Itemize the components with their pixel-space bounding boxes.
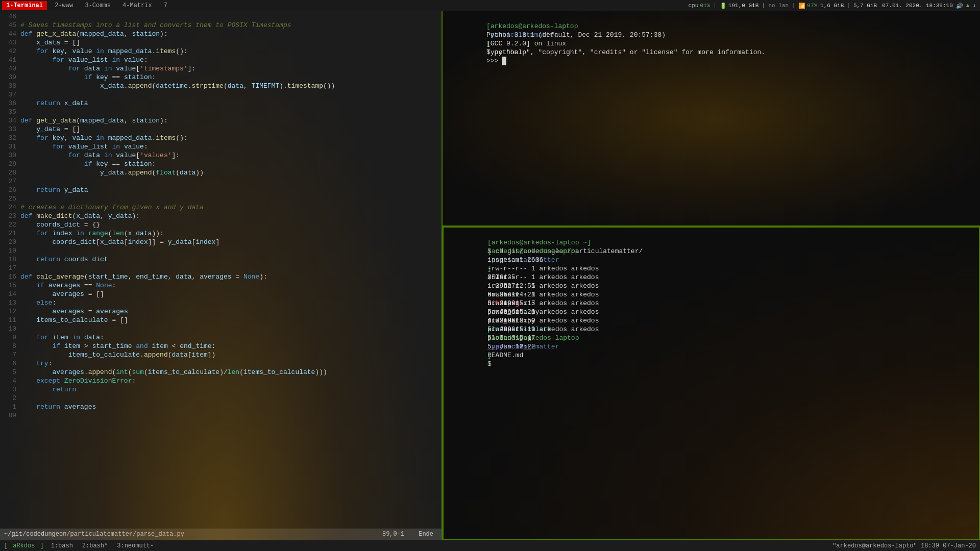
code-line: 21 for index in range(len(x_data)): — [0, 229, 442, 238]
terminal-line: [arkedos@arkedos-laptop particulatematte… — [447, 13, 976, 22]
code-line: 27 — [0, 177, 442, 186]
code-line: 13 else: — [0, 298, 442, 307]
code-line: 44 def get_x_data(mapped_data, station): — [0, 30, 442, 38]
editor-status-bar: ~/git/codedungeon/particulatematter/pars… — [0, 529, 442, 540]
code-line: 38 x_data.append(datetime.strptime(data,… — [0, 82, 442, 90]
code-line: 42 for key, value in mapped_data.items()… — [0, 47, 442, 56]
sysinfo-bar: cpu 01% | 🔋 191,0 GiB | no lan | 📶 97% 1… — [684, 0, 980, 11]
terminal-bottom-content: [arkedos@arkedos-laptop ~] $ cd git/code… — [444, 228, 979, 336]
speaker-icon: 🔊 — [956, 3, 963, 9]
code-line: 24 # creates a dictionary from given x a… — [0, 203, 442, 212]
code-line: 31 for value_list in value: — [0, 142, 442, 151]
bottom-status-bar: [ aRkdos ] 1:bash 2:bash* 3:neomutt- "ar… — [0, 540, 980, 551]
code-editor[interactable]: 46 45 # Saves timestamps into a list and… — [0, 11, 442, 540]
code-line: 2 — [0, 394, 442, 403]
code-line: 29 if key == station: — [0, 160, 442, 168]
terminal-files[interactable]: [arkedos@arkedos-laptop ~] $ cd git/code… — [443, 227, 980, 540]
code-line: 10 — [0, 324, 442, 333]
code-line: 15 if averages == None: — [0, 281, 442, 290]
code-line: 17 — [0, 264, 442, 272]
tmux-bracket-close: ] — [40, 542, 43, 549]
tmux-bracket-open: [ — [4, 542, 8, 549]
editor-file-path: ~/git/codedungeon/particulatematter/pars… — [4, 531, 372, 538]
cpu-value: 01% — [700, 3, 710, 9]
mem-value: 191,0 GiB — [728, 3, 758, 9]
code-line: 5 averages.append(int(sum(items_to_calcu… — [0, 368, 442, 377]
tmux-window-3[interactable]: 3:neomutt- — [115, 542, 156, 549]
main-layout: 46 45 # Saves timestamps into a list and… — [0, 11, 980, 540]
tab-www[interactable]: 2-www — [47, 1, 77, 10]
wifi-icon: 📶 — [798, 3, 805, 9]
datetime: 07.01. 2020. 18:39:10 — [882, 3, 953, 9]
code-line: 26 return y_data — [0, 186, 442, 194]
code-line: 16 def calc_average(start_time, end_time… — [0, 272, 442, 281]
code-line: 1 return averages — [0, 403, 442, 411]
code-line: 11 items_to_calculate = [] — [0, 316, 442, 324]
cpu-info: cpu 01% — [689, 3, 710, 9]
top-bar: 1-Terminal 2-www 3-Comms 4-Matrix 7 cpu … — [0, 0, 980, 11]
network-icon: ⬇ — [972, 3, 976, 9]
code-line: 7 items_to_calculate.append(data[item]) — [0, 350, 442, 359]
code-line: 22 coords_dict = {} — [0, 220, 442, 229]
right-pane[interactable]: [arkedos@arkedos-laptop particulatematte… — [443, 11, 980, 540]
code-line: 20 coords_dict[x_data[index]] = y_data[i… — [0, 238, 442, 246]
tmux-session-name: aRkdos — [13, 542, 35, 549]
code-area[interactable]: 46 45 # Saves timestamps into a list and… — [0, 11, 442, 529]
code-line: 23 def make_dict(x_data, y_data): — [0, 212, 442, 220]
wifi-up: 1,6 GiB — [820, 3, 844, 9]
code-line: 28 y_data.append(float(data)) — [0, 168, 442, 177]
code-line: 39 if key == station: — [0, 73, 442, 82]
tmux-window-1[interactable]: 1:bash — [49, 542, 75, 549]
code-line: 30 for data in value['values']: — [0, 151, 442, 160]
code-line: 37 — [0, 90, 442, 99]
wifi-pct: 97% — [807, 3, 817, 9]
wifi-down: 5,7 GiB — [853, 3, 877, 9]
tab-terminal[interactable]: 1-Terminal — [2, 1, 47, 10]
code-content: 46 45 # Saves timestamps into a list and… — [0, 11, 442, 421]
code-line: 18 return coords_dict — [0, 255, 442, 264]
wifi-info: 📶 97% — [798, 3, 817, 9]
tab-matrix[interactable]: 4-Matrix — [115, 1, 156, 10]
code-line: 45 # Saves timestamps into a list and co… — [0, 21, 442, 30]
code-line: 19 — [0, 246, 442, 255]
code-line: 4 except ZeroDivisionError: — [0, 377, 442, 385]
code-line: 34 def get_y_data(mapped_data, station): — [0, 116, 442, 125]
editor-cursor-pos: 89,0-1 — [372, 531, 414, 538]
code-line: 33 y_data = [] — [0, 125, 442, 134]
code-line: 8 if item > start_time and item < end_ti… — [0, 342, 442, 350]
code-line: 14 averages = [] — [0, 290, 442, 298]
editor-end-marker: Ende — [414, 531, 437, 538]
code-line: 25 — [0, 194, 442, 203]
code-line: 9 for item in data: — [0, 333, 442, 342]
code-line: 3 return — [0, 385, 442, 394]
code-line: 41 for value_list in value: — [0, 56, 442, 64]
code-line: 32 for key, value in mapped_data.items()… — [0, 134, 442, 142]
code-line: 36 return x_data — [0, 99, 442, 108]
mem-separator: | — [713, 3, 717, 9]
code-line: 89 — [0, 411, 442, 420]
no-lan: | no lan | — [762, 3, 795, 9]
code-line: 12 averages = averages — [0, 307, 442, 316]
tmux-window-2[interactable]: 2:bash* — [80, 542, 110, 549]
tmux-right-status: "arkedos@arkedos-lapto" 18:39 07-Jan-20 — [832, 542, 976, 549]
code-line: 35 — [0, 108, 442, 116]
code-line: 46 — [0, 12, 442, 21]
code-line: 40 for data in value['timestamps']: — [0, 64, 442, 73]
code-line: 43 x_data = [] — [0, 38, 442, 47]
tab-comms[interactable]: 3-Comms — [77, 1, 115, 10]
terminal-top-content: [arkedos@arkedos-laptop particulatematte… — [443, 11, 980, 59]
mem-icon: 🔋 — [720, 3, 727, 9]
wifi-icon2: ▲ — [966, 3, 970, 9]
terminal-line: [arkedos@arkedos-laptop ~] $ cd git/code… — [448, 230, 975, 238]
tab-seven[interactable]: 7 — [156, 1, 172, 10]
cpu-label: cpu — [689, 3, 699, 9]
code-line: 6 try: — [0, 359, 442, 368]
mem-info: 🔋 191,0 GiB — [720, 3, 758, 9]
terminal-python[interactable]: [arkedos@arkedos-laptop particulatematte… — [443, 11, 980, 227]
